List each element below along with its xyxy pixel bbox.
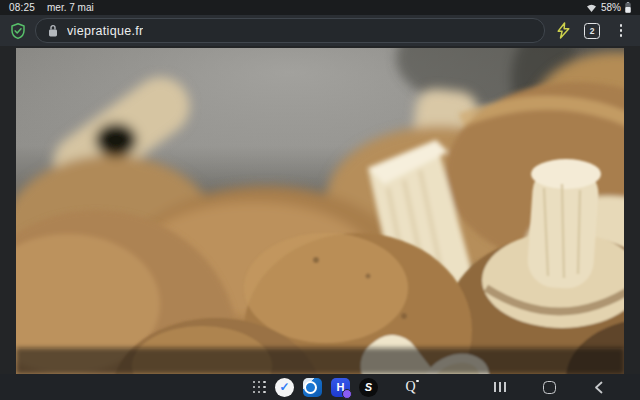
app-drawer-icon[interactable] <box>253 381 266 394</box>
mail-ring-glyph <box>304 381 317 394</box>
home-icon[interactable] <box>541 379 557 395</box>
dock-apps: ✓ H S Q <box>253 374 420 400</box>
statusbar-right: 58% <box>586 2 631 13</box>
tab-switcher-button[interactable]: 2 <box>581 20 603 42</box>
url-bar[interactable]: viepratique.fr <box>35 18 545 43</box>
check-glyph: ✓ <box>279 381 289 393</box>
lightning-bolt-icon[interactable] <box>552 20 574 42</box>
battery-icon <box>625 2 631 13</box>
lock-icon <box>48 24 58 37</box>
tab-count: 2 <box>584 23 600 39</box>
wifi-icon <box>586 3 597 13</box>
back-icon[interactable] <box>590 379 606 395</box>
s-glyph: S <box>365 382 372 393</box>
q-app-icon[interactable]: Q <box>401 378 420 397</box>
mushroom-photo <box>16 48 624 374</box>
recents-icon[interactable] <box>492 379 508 395</box>
h-app-icon[interactable]: H <box>331 378 350 397</box>
shield-check-icon[interactable] <box>8 21 28 41</box>
date: mer. 7 mai <box>47 2 94 13</box>
battery-percent: 58% <box>601 2 621 13</box>
status-bar: 08:25 mer. 7 mai 58% <box>0 0 640 15</box>
browser-toolbar: viepratique.fr 2 <box>0 15 640 46</box>
q-glyph: Q <box>405 380 415 394</box>
navigation-buttons <box>492 374 606 400</box>
bottom-dock: ✓ H S Q <box>0 374 640 400</box>
url-text: viepratique.fr <box>67 24 143 38</box>
page-content <box>0 46 640 374</box>
s-app-icon[interactable]: S <box>359 378 378 397</box>
tasks-app-icon[interactable]: ✓ <box>275 378 294 397</box>
mail-app-icon[interactable] <box>303 378 322 397</box>
clock: 08:25 <box>9 2 35 13</box>
h-app-badge <box>342 389 352 399</box>
kebab-menu-icon[interactable] <box>610 20 632 42</box>
